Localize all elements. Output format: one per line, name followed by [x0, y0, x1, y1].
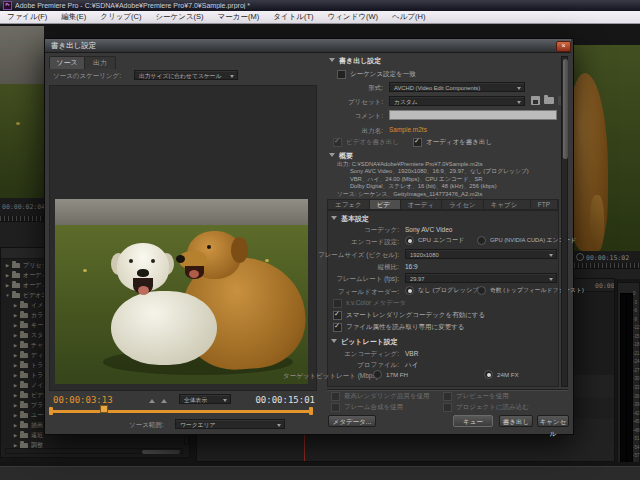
- menu-item[interactable]: タイトル(T): [266, 12, 320, 22]
- gravel-path: [55, 199, 308, 225]
- file-readonly-label: ファイル属性を読み取り専用に変更する: [346, 323, 465, 332]
- import-project-label: プロジェクトに読み込む: [456, 403, 529, 412]
- white-lab-body: [111, 291, 217, 365]
- tab-source[interactable]: ソース: [49, 56, 85, 69]
- import-project-checkbox[interactable]: プロジェクトに読み込む: [443, 403, 529, 412]
- menu-item[interactable]: クリップ(C): [93, 12, 148, 22]
- preset-label: プリセット:: [291, 98, 383, 106]
- bitrate-settings-section[interactable]: ビットレート設定: [331, 337, 398, 347]
- checkbox-icon[interactable]: [333, 299, 342, 308]
- settings-tab[interactable]: FTP: [531, 200, 558, 209]
- fieldorder-none-radio[interactable]: なし (プログレッシブ): [405, 286, 481, 295]
- source-range-label: ソース範囲:: [129, 421, 164, 429]
- radio-icon[interactable]: [373, 370, 382, 379]
- metadata-button[interactable]: メタデータ...: [328, 415, 376, 427]
- checkbox-icon[interactable]: [337, 70, 346, 79]
- close-icon[interactable]: ×: [556, 41, 571, 52]
- scrubber-playhead[interactable]: [100, 405, 108, 413]
- frame-blend-checkbox[interactable]: フレーム合成を使用: [331, 403, 403, 412]
- radio-icon[interactable]: [477, 286, 486, 295]
- checkbox-icon[interactable]: [413, 138, 422, 147]
- bitrate-label: ターゲットビットレート (Mbps):: [283, 372, 367, 380]
- aspect-value: 16:9: [405, 263, 418, 270]
- preset-dropdown[interactable]: カスタム: [389, 96, 525, 106]
- menu-item[interactable]: ウィンドウ(W): [321, 12, 385, 22]
- checkbox-icon[interactable]: [333, 311, 342, 320]
- format-dropdown[interactable]: AVCHD (Video Edit Components): [389, 82, 525, 92]
- export-audio-label: オーディオを書き出し: [426, 138, 492, 147]
- summary-line: VBR、ハイ、24.00 (Mbps)、CPU エンコード、SR: [337, 176, 569, 183]
- bitrate-fx-radio[interactable]: 24M FX: [484, 370, 519, 379]
- menu-item[interactable]: ファイル(F): [0, 12, 54, 22]
- checkbox-icon[interactable]: [333, 323, 342, 332]
- menu-item[interactable]: 編集(E): [54, 12, 93, 22]
- scaling-dropdown[interactable]: 出力サイズに合わせてスケール: [134, 70, 238, 80]
- checkbox-icon: [333, 138, 342, 147]
- file-readonly-checkbox[interactable]: ファイル属性を読み取り専用に変更する: [333, 323, 465, 332]
- duration-timecode: 00:00:15:01: [249, 395, 315, 405]
- marker-icon[interactable]: [161, 399, 167, 403]
- basic-settings-section[interactable]: 基本設定: [331, 214, 369, 224]
- max-quality-label: 最高レンダリング品質を使用: [344, 392, 430, 401]
- export-settings-section[interactable]: 書き出し設定: [329, 56, 381, 66]
- menu-item[interactable]: シーケンス(S): [148, 12, 210, 22]
- settings-tab[interactable]: エフェクト: [328, 200, 370, 209]
- framerate-dropdown[interactable]: 29.97: [405, 273, 557, 283]
- bitrate-fh-label: 17M FH: [386, 371, 408, 378]
- settings-tab[interactable]: ライセンス: [442, 200, 484, 209]
- import-preset-icon[interactable]: [544, 97, 554, 104]
- use-previews-checkbox[interactable]: プレビューを使用: [443, 392, 509, 401]
- settings-tab[interactable]: ビデオ: [370, 200, 401, 209]
- smart-render-label: スマートレンダリングコーデックを有効にする: [346, 311, 485, 320]
- use-previews-label: プレビューを使用: [456, 392, 509, 401]
- queue-button[interactable]: キュー: [453, 415, 493, 427]
- source-range-dropdown[interactable]: ワークエリア: [175, 419, 285, 429]
- current-timecode[interactable]: 00:00:03:13: [53, 395, 113, 405]
- preview-scrubber[interactable]: [51, 410, 311, 413]
- window-title: Adobe Premiere Pro - C:¥SDNA¥Adobe¥Premi…: [15, 2, 250, 9]
- framesize-dropdown[interactable]: 1920x1080: [405, 249, 557, 259]
- checkbox-icon[interactable]: [331, 403, 340, 412]
- radio-icon[interactable]: [484, 370, 493, 379]
- match-sequence-checkbox[interactable]: シーケンス設定を一致: [337, 70, 416, 79]
- encode-cpu-radio[interactable]: CPU エンコード: [405, 236, 464, 245]
- checkbox-icon[interactable]: [443, 392, 452, 401]
- radio-icon[interactable]: [477, 236, 486, 245]
- settings-tab[interactable]: オーディオ: [401, 200, 443, 209]
- export-settings-dialog: 書き出し設定 × ソース 出力 ソースのスケーリング: 出力サイズに合わせてスケ…: [44, 38, 574, 435]
- radio-icon[interactable]: [405, 236, 414, 245]
- cancel-button[interactable]: キャンセル: [537, 415, 569, 427]
- footer-divider: [327, 389, 568, 391]
- output-name-link[interactable]: Sample.m2ts: [389, 126, 427, 133]
- scrubber-handle-right[interactable]: [309, 407, 313, 415]
- checkbox-icon[interactable]: [443, 403, 452, 412]
- menu-item[interactable]: マーカー(M): [211, 12, 267, 22]
- export-button[interactable]: 書き出し: [499, 415, 533, 427]
- export-audio-checkbox[interactable]: オーディオを書き出し: [413, 138, 492, 147]
- dialog-titlebar[interactable]: 書き出し設定: [45, 39, 571, 53]
- checkbox-icon[interactable]: [331, 392, 340, 401]
- max-quality-checkbox[interactable]: 最高レンダリング品質を使用: [331, 392, 430, 401]
- smart-render-checkbox[interactable]: スマートレンダリングコーデックを有効にする: [333, 311, 485, 320]
- scaling-label: ソースのスケーリング:: [53, 72, 121, 80]
- settings-tab[interactable]: キャプション: [484, 200, 531, 209]
- settings-scrollbar[interactable]: [561, 56, 568, 387]
- comment-label: コメント:: [291, 112, 383, 120]
- summary-section[interactable]: 概要: [329, 151, 353, 161]
- menu-item[interactable]: ヘルプ(H): [385, 12, 432, 22]
- fieldorder-label: フィールドオーダー:: [291, 288, 399, 296]
- bitrate-fh-radio[interactable]: 17M FH: [373, 370, 408, 379]
- xvcolor-checkbox[interactable]: x.v.Color メタデータ: [333, 299, 406, 308]
- marker-icon[interactable]: [149, 399, 155, 403]
- fieldorder-none-label: なし (プログレッシブ): [418, 286, 481, 295]
- tab-output[interactable]: 出力: [84, 56, 116, 69]
- save-preset-icon[interactable]: [531, 96, 540, 105]
- settings-tabs: エフェクトビデオオーディオライセンスキャプションFTP: [327, 199, 559, 210]
- scrubber-handle-left[interactable]: [49, 407, 53, 415]
- fit-dropdown[interactable]: 全体表示: [179, 394, 231, 404]
- menu-bar: ファイル(F)編集(E)クリップ(C)シーケンス(S)マーカー(M)タイトル(T…: [0, 11, 640, 24]
- summary-line: Sony AVC Video、1920x1080、16:9、29.97、なし (…: [337, 168, 569, 175]
- comment-input[interactable]: [389, 110, 557, 120]
- radio-icon[interactable]: [405, 286, 414, 295]
- encode-cpu-label: CPU エンコード: [418, 236, 464, 245]
